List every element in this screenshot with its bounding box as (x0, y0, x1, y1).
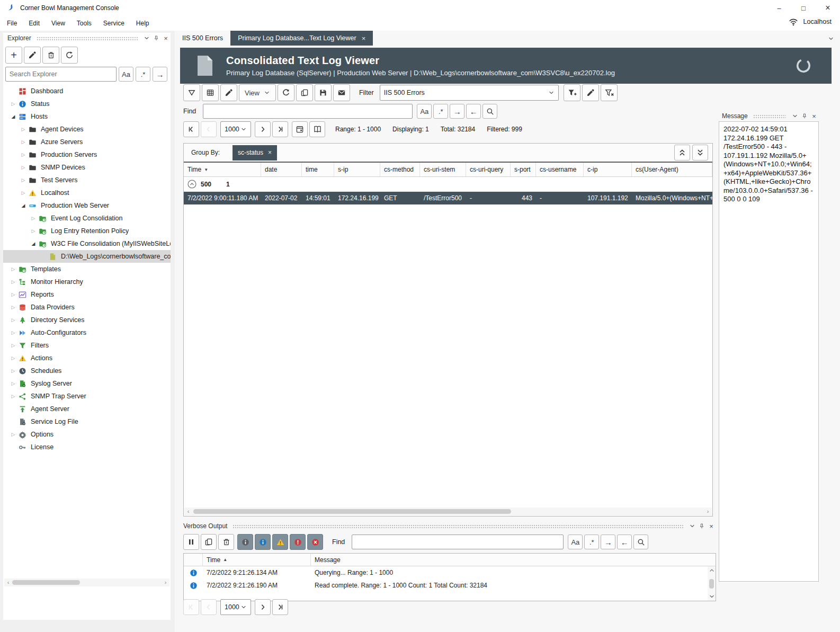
clear-button[interactable] (218, 534, 234, 550)
last-page-button[interactable] (272, 121, 288, 137)
tree-item-reports[interactable]: ▷Reports (3, 288, 171, 301)
tree-item-production-servers[interactable]: ▷Production Servers (3, 148, 171, 161)
edit-filter-button[interactable] (582, 84, 599, 101)
next-page-button[interactable] (255, 121, 271, 137)
tree-collapsed-expander-icon[interactable]: ▷ (8, 394, 18, 399)
tree-collapsed-expander-icon[interactable]: ▷ (19, 152, 28, 157)
column-header-time[interactable]: Time ▲ (203, 554, 311, 566)
find-input[interactable] (203, 104, 413, 119)
regex-button[interactable]: .* (136, 67, 150, 82)
tree-expanded-expander-icon[interactable]: ◢ (8, 114, 18, 119)
close-panel-icon[interactable]: × (161, 34, 171, 42)
column-header-cs-user-agent[interactable]: cs(User-Agent) (632, 163, 712, 176)
chevron-down-icon[interactable] (687, 522, 697, 530)
search-button[interactable] (633, 535, 648, 549)
tree-item-snmp-devices[interactable]: ▷SNMP Devices (3, 161, 171, 174)
chevron-down-icon[interactable] (790, 112, 800, 120)
filter-toggle-button[interactable] (183, 84, 200, 101)
tree-item-auto-configurators[interactable]: ▷Auto-Configurators (3, 326, 171, 339)
add-filter-button[interactable] (564, 84, 580, 101)
collapse-group-icon[interactable] (187, 180, 196, 189)
find-next-button[interactable]: → (601, 535, 615, 549)
tree-item-license[interactable]: License (3, 441, 171, 453)
scroll-up-icon[interactable] (709, 567, 715, 574)
toggle-verbose-button[interactable] (237, 534, 253, 550)
tree-collapsed-expander-icon[interactable]: ▷ (19, 127, 28, 132)
match-case-button[interactable]: Aa (417, 104, 432, 119)
columns-button[interactable] (202, 84, 219, 101)
tree-collapsed-expander-icon[interactable]: ▷ (8, 279, 18, 284)
scroll-thumb[interactable] (193, 509, 511, 514)
column-header-time[interactable]: Time▼ (184, 163, 261, 176)
toggle-warning-button[interactable] (272, 534, 288, 550)
scroll-down-icon[interactable] (709, 593, 715, 600)
tree-collapsed-expander-icon[interactable]: ▷ (8, 101, 18, 106)
menu-view[interactable]: View (46, 17, 71, 30)
pin-icon[interactable] (697, 522, 707, 530)
scroll-left-icon[interactable]: ‹ (184, 508, 192, 515)
tree-collapsed-expander-icon[interactable]: ▷ (8, 266, 18, 272)
find-prev-button[interactable]: ← (617, 535, 632, 549)
regex-button[interactable]: .* (433, 104, 448, 119)
tree-collapsed-expander-icon[interactable]: ▷ (8, 330, 18, 335)
scroll-thumb[interactable] (709, 579, 714, 589)
column-header-cs-uri-query[interactable]: cs-uri-query (466, 163, 511, 176)
tree-item-test-servers[interactable]: ▷Test Servers (3, 174, 171, 186)
email-button[interactable] (333, 84, 350, 101)
tree-expanded-expander-icon[interactable]: ◢ (19, 203, 28, 208)
column-header-cs-uri-stem[interactable]: cs-uri-stem (420, 163, 466, 176)
menu-service[interactable]: Service (97, 17, 130, 30)
tree-collapsed-expander-icon[interactable]: ▷ (8, 381, 18, 386)
column-header-date[interactable]: date (261, 163, 302, 176)
prev-page-button[interactable] (201, 599, 217, 615)
tree-collapsed-expander-icon[interactable]: ▷ (8, 343, 18, 348)
copy-button[interactable] (296, 84, 313, 101)
menu-tools[interactable]: Tools (71, 17, 97, 30)
page-size-select[interactable]: 1000 (220, 121, 251, 137)
tree-item-actions[interactable]: ▷Actions (3, 352, 171, 364)
close-button[interactable]: × (816, 0, 840, 16)
search-input[interactable] (5, 67, 117, 82)
grid-hscrollbar[interactable]: ‹ › (184, 508, 712, 515)
verbose-vscrollbar[interactable] (708, 566, 716, 601)
tree-collapsed-expander-icon[interactable]: ▷ (29, 228, 38, 234)
tree-item-log-entry-retention-policy[interactable]: ▷Log Entry Retention Policy (3, 225, 171, 237)
column-header-cs-username[interactable]: cs-username (536, 163, 584, 176)
toggle-info-button[interactable] (255, 534, 271, 550)
first-page-button[interactable] (183, 121, 199, 137)
date-range-button[interactable] (292, 121, 308, 137)
refresh-button[interactable] (61, 47, 78, 64)
remove-group-icon[interactable]: × (268, 149, 272, 156)
last-page-button[interactable] (272, 599, 288, 615)
tree-item-w3c-file-consolidation-myiiswebsit[interactable]: ◢W3C File Consolidation (MyIISWebSiteLog… (3, 237, 171, 250)
tree-item-d-web-logs-cornerbowlsoftware-com[interactable]: D:\Web_Logs\cornerbowlsoftware_com (3, 250, 171, 263)
tree-item-dashboard[interactable]: Dashboard (3, 85, 171, 97)
find-prev-button[interactable]: ← (466, 104, 481, 119)
explorer-hscrollbar[interactable]: ‹ › (4, 578, 169, 586)
column-header-c-ip[interactable]: c-ip (584, 163, 632, 176)
tree-item-snmp-trap-server[interactable]: ▷SNMP Trap Server (3, 390, 171, 403)
tree-collapsed-expander-icon[interactable]: ▷ (8, 355, 18, 361)
tree-collapsed-expander-icon[interactable]: ▷ (19, 190, 28, 195)
column-header-message[interactable]: Message (311, 554, 716, 566)
tree-item-options[interactable]: ▷Options (3, 428, 171, 441)
tab-iis-500-errors[interactable]: IIS 500 Errors (175, 31, 230, 46)
search-button[interactable] (482, 104, 497, 119)
menu-file[interactable]: File (1, 17, 23, 30)
menu-edit[interactable]: Edit (23, 17, 46, 30)
toggle-critical-button[interactable] (307, 534, 323, 550)
column-header-s-ip[interactable]: s-ip (334, 163, 380, 176)
log-row[interactable]: 7/2/2022 9:21:26.190 AMRead complete. Ra… (184, 579, 716, 592)
tree-item-hosts[interactable]: ◢Hosts (3, 110, 171, 123)
tree-item-agent-devices[interactable]: ▷Agent Devices (3, 123, 171, 136)
tab-close-icon[interactable]: × (362, 34, 366, 42)
tree-collapsed-expander-icon[interactable]: ▷ (8, 305, 18, 310)
column-header-icon[interactable] (184, 554, 203, 566)
find-next-button[interactable]: → (153, 67, 167, 82)
save-button[interactable] (315, 84, 332, 101)
tree-item-monitor-hierarchy[interactable]: ▷Monitor Hierarchy (3, 275, 171, 288)
tree-expanded-expander-icon[interactable]: ◢ (29, 241, 38, 246)
tree-item-production-web-server[interactable]: ◢Production Web Server (3, 199, 171, 212)
tree-collapsed-expander-icon[interactable]: ▷ (19, 177, 28, 183)
clear-filter-button[interactable] (601, 84, 618, 101)
